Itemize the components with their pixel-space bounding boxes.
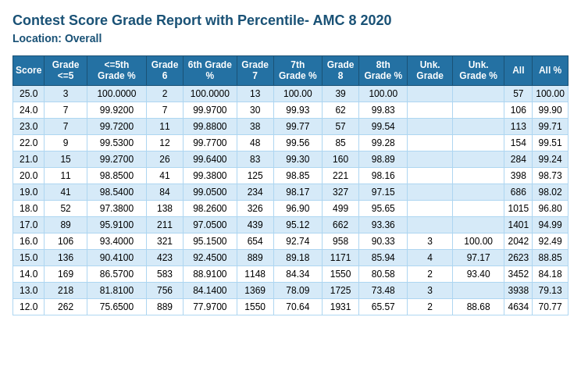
table-cell: 98.89 <box>359 151 408 167</box>
col-grade5: Grade <=5 <box>45 56 87 86</box>
report-title: Contest Score Grade Report with Percenti… <box>12 12 569 29</box>
table-cell: 97.15 <box>359 184 408 200</box>
table-cell: 48 <box>237 134 273 151</box>
table-header-row: Score Grade <=5 <=5th Grade % Grade 6 6t… <box>13 56 569 86</box>
table-cell: 25.0 <box>13 85 45 102</box>
table-cell: 284 <box>504 151 533 167</box>
table-cell: 3 <box>408 282 452 298</box>
table-cell: 3 <box>408 233 452 249</box>
table-cell: 19.0 <box>13 184 45 200</box>
table-cell: 20.0 <box>13 167 45 184</box>
col-score: Score <box>13 56 45 86</box>
table-cell: 3938 <box>504 282 533 298</box>
table-cell: 100.00 <box>452 233 504 249</box>
table-cell: 18.0 <box>13 200 45 216</box>
col-grade8-pct: 8th Grade % <box>359 56 408 86</box>
table-cell: 98.5400 <box>87 184 146 200</box>
table-cell: 234 <box>237 184 273 200</box>
table-cell: 211 <box>146 216 183 233</box>
table-cell: 7 <box>45 102 87 118</box>
table-cell: 321 <box>146 233 183 249</box>
table-cell: 16.0 <box>13 233 45 249</box>
table-cell: 73.48 <box>359 282 408 298</box>
table-cell: 99.0500 <box>184 184 237 200</box>
table-cell: 1171 <box>323 249 359 265</box>
col-grade7-pct: 7th Grade % <box>273 56 322 86</box>
table-cell: 662 <box>323 216 359 233</box>
table-cell: 41 <box>146 167 183 184</box>
table-cell: 756 <box>146 282 183 298</box>
table-cell <box>452 151 504 167</box>
table-cell: 262 <box>45 298 87 315</box>
table-cell: 99.56 <box>273 134 322 151</box>
table-cell: 1550 <box>237 298 273 315</box>
table-cell <box>452 118 504 134</box>
col-grade5-pct: <=5th Grade % <box>87 56 146 86</box>
table-cell: 92.49 <box>533 233 569 249</box>
table-cell: 13 <box>237 85 273 102</box>
table-cell: 1725 <box>323 282 359 298</box>
table-cell: 3452 <box>504 265 533 282</box>
table-cell: 100.0000 <box>184 85 237 102</box>
table-cell: 93.4000 <box>87 233 146 249</box>
table-row: 16.010693.400032195.150065492.7495890.33… <box>13 233 569 249</box>
table-cell: 81.8100 <box>87 282 146 298</box>
table-cell: 218 <box>45 282 87 298</box>
table-cell: 113 <box>504 118 533 134</box>
table-cell: 99.28 <box>359 134 408 151</box>
table-cell: 100.00 <box>273 85 322 102</box>
table-cell: 80.58 <box>359 265 408 282</box>
table-cell: 439 <box>237 216 273 233</box>
table-row: 19.04198.54008499.050023498.1732797.1568… <box>13 184 569 200</box>
table-cell: 100.0000 <box>87 85 146 102</box>
table-row: 14.016986.570058388.9100114884.34155080.… <box>13 265 569 282</box>
table-cell: 12.0 <box>13 298 45 315</box>
report-subtitle: Location: Overall <box>12 32 569 45</box>
table-cell: 79.13 <box>533 282 569 298</box>
table-cell: 99.93 <box>273 102 322 118</box>
table-cell: 499 <box>323 200 359 216</box>
table-cell: 30 <box>237 102 273 118</box>
table-cell: 2 <box>146 85 183 102</box>
table-cell: 90.33 <box>359 233 408 249</box>
table-cell: 99.54 <box>359 118 408 134</box>
table-cell <box>452 85 504 102</box>
table-cell: 889 <box>237 249 273 265</box>
table-row: 25.03100.00002100.000013100.0039100.0057… <box>13 85 569 102</box>
table-cell: 138 <box>146 200 183 216</box>
table-cell: 100.00 <box>533 85 569 102</box>
table-cell <box>408 167 452 184</box>
table-cell: 398 <box>504 167 533 184</box>
table-cell: 15 <box>45 151 87 167</box>
table-row: 18.05297.380013898.260032696.9049995.651… <box>13 200 569 216</box>
table-cell <box>408 200 452 216</box>
table-cell: 96.90 <box>273 200 322 216</box>
table-cell: 84.18 <box>533 265 569 282</box>
table-cell: 98.02 <box>533 184 569 200</box>
table-cell: 57 <box>504 85 533 102</box>
table-cell: 583 <box>146 265 183 282</box>
table-cell: 11 <box>146 118 183 134</box>
table-cell: 95.1500 <box>184 233 237 249</box>
table-cell <box>408 118 452 134</box>
table-cell: 88.9100 <box>184 265 237 282</box>
table-cell: 97.3800 <box>87 200 146 216</box>
table-cell: 13.0 <box>13 282 45 298</box>
table-cell: 106 <box>504 102 533 118</box>
table-cell: 99.7700 <box>184 134 237 151</box>
table-cell: 99.6400 <box>184 151 237 167</box>
table-cell: 93.36 <box>359 216 408 233</box>
table-cell: 2 <box>408 265 452 282</box>
table-cell: 24.0 <box>13 102 45 118</box>
table-cell: 160 <box>323 151 359 167</box>
table-row: 22.0999.53001299.77004899.568599.2815499… <box>13 134 569 151</box>
table-cell: 99.24 <box>533 151 569 167</box>
table-cell: 22.0 <box>13 134 45 151</box>
table-cell: 95.9100 <box>87 216 146 233</box>
table-cell: 1931 <box>323 298 359 315</box>
table-cell <box>452 184 504 200</box>
table-cell: 26 <box>146 151 183 167</box>
table-cell: 4 <box>408 249 452 265</box>
table-cell: 99.2700 <box>87 151 146 167</box>
col-grade6: Grade 6 <box>146 56 183 86</box>
